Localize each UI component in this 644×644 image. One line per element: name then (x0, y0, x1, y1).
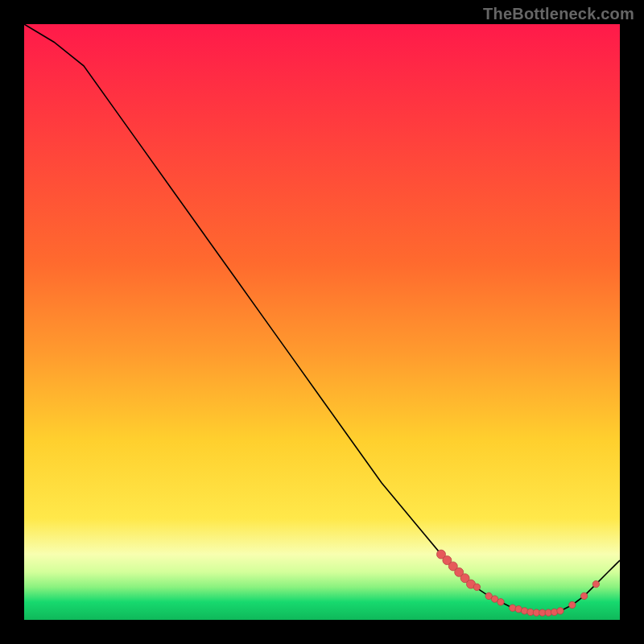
marker-point (580, 592, 587, 599)
marker-point (569, 601, 576, 608)
plot-area (24, 24, 620, 620)
gradient-background (24, 24, 620, 620)
marker-point (473, 584, 480, 590)
marker-point (521, 608, 527, 614)
marker-point (551, 609, 557, 615)
marker-point (497, 599, 504, 605)
chart-frame: TheBottleneck.com (0, 0, 644, 644)
watermark-text: TheBottleneck.com (483, 5, 634, 23)
chart-svg (24, 24, 620, 620)
marker-point (510, 605, 516, 611)
marker-point (592, 580, 599, 587)
marker-point (557, 608, 564, 614)
